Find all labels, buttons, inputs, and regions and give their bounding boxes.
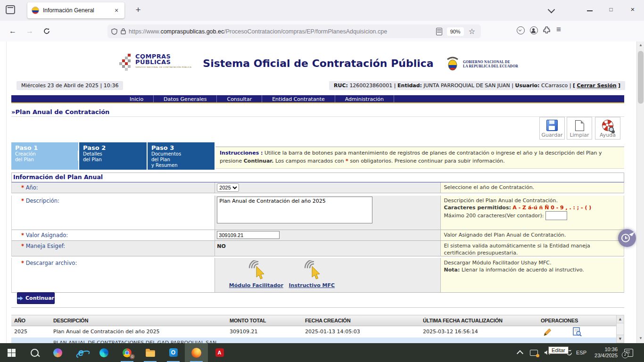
descargar-help-1: Descargar Módulo Facilitador Ushay MFC.: [444, 259, 620, 266]
limpiar-button[interactable]: Limpiar: [567, 117, 592, 140]
taskbar-acrobat-button[interactable]: A: [208, 343, 231, 362]
year-select[interactable]: 2025: [217, 183, 239, 192]
minimize-button[interactable]: [587, 10, 593, 11]
guardar-button[interactable]: Guardar: [539, 117, 565, 140]
url-bar[interactable]: https://www.compraspublicas.gob.ec/Proce…: [107, 25, 481, 38]
table-row: 2025 Plan Anual de Contratación del año …: [11, 326, 624, 337]
nav-item-inicio[interactable]: Inicio: [120, 95, 154, 102]
start-button[interactable]: [0, 343, 23, 362]
tab-title: Información General: [43, 7, 109, 14]
tray-expand-button[interactable]: [518, 343, 522, 362]
instructivo-mfc-link[interactable]: Instructivo MFC: [289, 282, 335, 288]
list-all-tabs-icon[interactable]: [548, 6, 555, 14]
cerrar-sesion-link[interactable]: Cerrar Sesión: [577, 82, 616, 89]
taskbar-chrome-button[interactable]: G: [116, 343, 139, 362]
cell-creacion: [302, 337, 420, 343]
tray-display-button[interactable]: [530, 343, 538, 362]
system-title: Sistema Oficial de Contratación Pública: [0, 58, 636, 69]
table-header-row: AÑO DESCRIPCIÓN MONTO TOTAL FECHA CREACI…: [11, 315, 624, 326]
maximize-button[interactable]: □: [602, 0, 620, 19]
taskbar-outlook-button[interactable]: O: [162, 343, 185, 362]
help-lifesaver-icon: [602, 120, 613, 131]
firefox-view-icon[interactable]: [6, 5, 16, 15]
lock-icon[interactable]: [121, 28, 126, 34]
browser-tab[interactable]: Información General ×: [27, 2, 124, 18]
reader-mode-icon[interactable]: [436, 28, 442, 35]
edge-icon: [99, 348, 108, 357]
timer-extension-widget[interactable]: [618, 229, 636, 247]
ruc-value: 1260023860001: [349, 82, 392, 89]
tracking-shield-icon[interactable]: [111, 28, 117, 35]
pocket-icon[interactable]: [517, 26, 525, 34]
scroll-up-icon[interactable]: ▲: [637, 41, 644, 49]
tray-date: 23/4/2025: [592, 353, 618, 359]
taskbar-explorer-button[interactable]: [139, 343, 162, 362]
firefox-icon: [191, 348, 201, 358]
click-cursor-icon: [301, 260, 322, 281]
taskbar-copilot-button[interactable]: [46, 343, 69, 362]
table-scroll-up-icon[interactable]: ▲: [617, 315, 624, 323]
instructions-label: Instrucciones :: [220, 150, 263, 156]
modulo-facilitador-download[interactable]: Módulo Facilitador: [228, 260, 284, 288]
taskbar-clock[interactable]: 10:36 23/4/2025: [592, 343, 618, 362]
click-cursor-icon: [245, 260, 267, 281]
zoom-indicator[interactable]: 90%: [447, 27, 464, 36]
ruc-label: RUC:: [334, 82, 348, 89]
continuar-button[interactable]: Continuar: [17, 292, 55, 304]
new-tab-button[interactable]: +: [132, 4, 144, 16]
scroll-down-icon[interactable]: ▼: [637, 335, 644, 342]
ecuador-coat-of-arms-icon: [446, 56, 460, 73]
page-scrollbar[interactable]: ▲ ▼: [636, 41, 644, 343]
table-scrollbar[interactable]: ▲ ▼: [616, 315, 624, 343]
language-indicator[interactable]: ESP: [576, 343, 586, 362]
back-button[interactable]: ←: [7, 25, 19, 37]
step-paso-3[interactable]: Paso 3 Documentos del Plan y Resumen: [148, 142, 215, 170]
step-paso-1[interactable]: Paso 1 Creación del Plan: [11, 142, 78, 170]
descripcion-textarea[interactable]: Plan Anual de Contratación del año 2025: [217, 197, 372, 223]
descripcion-label: * Descripción:: [12, 196, 215, 230]
bookmark-star-icon[interactable]: ☆: [469, 27, 475, 36]
blank-page-icon: [575, 120, 584, 131]
account-icon[interactable]: [530, 26, 538, 34]
valor-input[interactable]: [217, 231, 280, 239]
nav-item-consultar[interactable]: Consultar: [217, 95, 262, 102]
close-window-button[interactable]: ×: [623, 0, 642, 19]
extensions-icon[interactable]: [543, 26, 550, 35]
col-monto-total: MONTO TOTAL: [227, 315, 302, 326]
taskbar-edge-button[interactable]: [92, 343, 116, 362]
tab-close-icon[interactable]: ×: [113, 7, 120, 14]
paso3-line2: del Plan: [151, 157, 211, 163]
edit-pencil-icon[interactable]: [543, 328, 552, 336]
counter-input[interactable]: [545, 211, 567, 220]
url-domain: compraspublicas.gob.ec: [160, 28, 224, 35]
gov-line1: GOBIERNO NACIONAL DE: [463, 60, 518, 64]
modulo-facilitador-link[interactable]: Módulo Facilitador: [229, 282, 283, 288]
taskbar-firefox-button[interactable]: [185, 343, 208, 362]
continue-arrow-icon: [17, 296, 23, 301]
nav-item-datos-generales[interactable]: Datos Generales: [154, 95, 217, 102]
search-icon: [31, 349, 39, 357]
preview-document-icon[interactable]: [572, 327, 582, 337]
step-paso-2[interactable]: Paso 2 Detalles del Plan: [79, 142, 147, 170]
taskbar-ie-button[interactable]: e: [69, 343, 92, 362]
ano-label: * Año:: [12, 182, 215, 193]
usuario-label: Usuario:: [515, 82, 540, 89]
url-scheme: https://www.: [129, 28, 160, 35]
required-asterisk: *: [21, 197, 24, 204]
nav-item-entidad-contratante[interactable]: Entidad Contratante: [262, 95, 335, 102]
outlook-icon: O: [169, 348, 178, 357]
notification-button[interactable]: 2: [624, 343, 633, 362]
scrollbar-thumb[interactable]: [638, 51, 644, 104]
reload-button[interactable]: [41, 25, 53, 37]
instructivo-mfc-download[interactable]: Instructivo MFC: [284, 260, 339, 288]
cell-descripcion: PLAN ANUAL DE CONTRATACIONES DEL GAD PAR…: [50, 337, 227, 343]
table-scroll-down-icon[interactable]: ▼: [617, 335, 624, 343]
taskbar-search-button[interactable]: [23, 343, 46, 362]
nav-item-administracion[interactable]: Administración: [335, 95, 394, 102]
form-row-valor: * Valor Asignado: Valor Asignado del Pla…: [11, 230, 624, 241]
cell-monto: [227, 337, 302, 343]
menu-button[interactable]: ≡: [556, 25, 561, 34]
esigef-help: El sistema valida automáticamente si la …: [441, 241, 624, 256]
ayuda-button[interactable]: Ayuda: [595, 117, 620, 140]
valor-help: Valor Asignado del Plan Anual de Contrat…: [441, 230, 624, 240]
